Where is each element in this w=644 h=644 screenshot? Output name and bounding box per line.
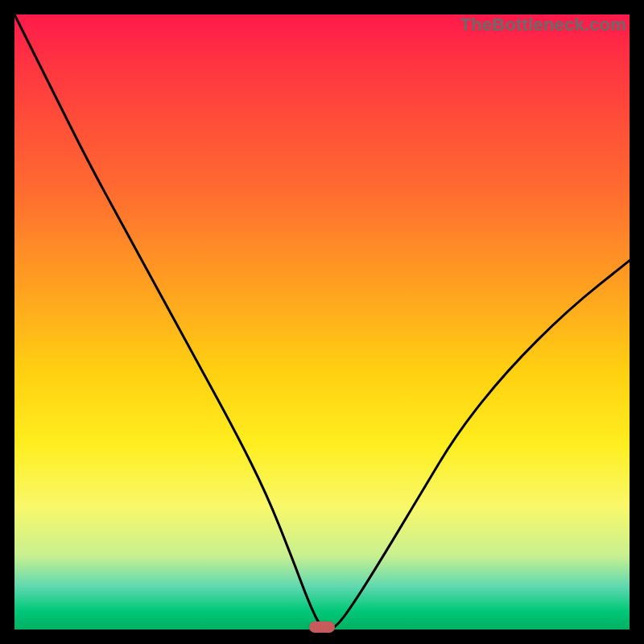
plot-area: TheBottleneck.com [14,14,630,630]
curve-path [14,14,630,630]
chart-frame: TheBottleneck.com [0,0,644,644]
optimum-marker [309,621,335,633]
bottleneck-curve [14,14,630,630]
